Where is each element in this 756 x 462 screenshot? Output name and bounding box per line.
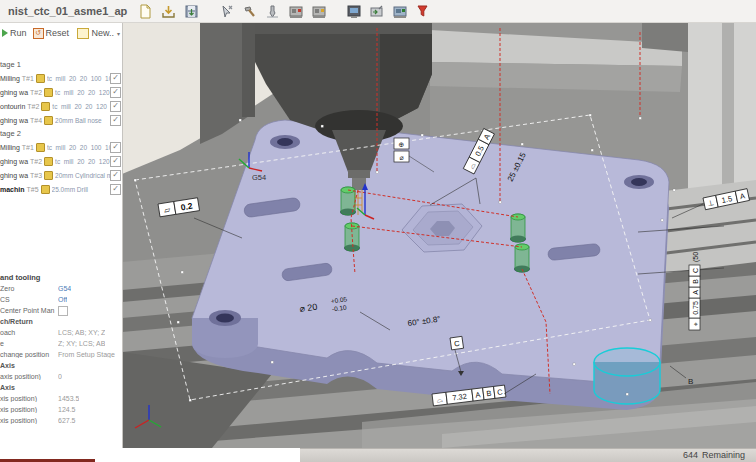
operation-row[interactable]: ontourin T#2 tc_mill_20_20_120_1000/A ✓	[0, 99, 122, 113]
property-row: axis position) 0	[0, 371, 122, 382]
properties-panel: and tooling Zero G54 CS Off Center Point…	[0, 271, 122, 426]
position-value: 0.75	[692, 301, 699, 315]
stage-header[interactable]: tage 1	[0, 58, 122, 71]
chevron-down-icon: ▾	[117, 30, 120, 37]
operation-row[interactable]: ghing wa T#4 20mm Ball nose ✓	[0, 113, 122, 127]
application-window: nist_ctc_01_asme1_ap	[0, 0, 756, 462]
column-shadow	[242, 22, 255, 117]
reset-icon[interactable]: ↺	[33, 28, 44, 39]
postprocess-icon[interactable]	[368, 3, 385, 20]
property-row: Zero G54	[0, 283, 122, 294]
new-operation-icon	[77, 28, 89, 39]
properties-header: and tooling	[0, 271, 122, 283]
run-bar: Run ↺ Reset New.. ▾	[0, 25, 122, 41]
operation-row[interactable]: Milling T#1 tc_mill_20_20_100_1010/A ✓	[0, 140, 122, 154]
machining-scheme-icon[interactable]	[310, 3, 327, 20]
operation-checkbox[interactable]: ✓	[110, 142, 121, 153]
property-value[interactable]: LCS; AB; XY; Z	[58, 329, 105, 336]
position-datum-b: B	[692, 279, 699, 284]
simulation-machine-icon[interactable]	[391, 3, 408, 20]
tool-icon	[44, 116, 53, 125]
tool-icon	[36, 74, 45, 83]
property-value[interactable]: 627.5	[58, 417, 76, 424]
g54-label: G54	[252, 173, 266, 182]
operation-row[interactable]: ghing wa T#3 20mm Cylindrical mill ✓	[0, 168, 122, 182]
part[interactable]	[192, 120, 669, 410]
property-value[interactable]: 0	[58, 373, 62, 380]
selection-pointer-icon[interactable]	[218, 3, 235, 20]
property-row: oach LCS; AB; XY; Z	[0, 327, 122, 338]
center-point-checkbox[interactable]	[58, 306, 68, 316]
status-remaining-label: Remaining	[702, 450, 745, 460]
status-count: 644	[683, 450, 698, 460]
property-row: e Z; XY; LCS; AB	[0, 338, 122, 349]
property-value[interactable]: Z; XY; LCS; AB	[58, 340, 105, 347]
property-row: CS Off	[0, 294, 122, 305]
machine-slab-dark	[642, 22, 688, 52]
tools-hammer-icon[interactable]	[241, 3, 258, 20]
project-title: nist_ctc_01_asme1_ap	[0, 5, 133, 17]
operation-row[interactable]: ghing wa T#2 tc_mill_20_20_120_1000/A ✓	[0, 85, 122, 99]
datum-b-label: B	[688, 377, 693, 386]
property-value[interactable]: From Setup Stage	[58, 351, 115, 358]
stage-header[interactable]: tage 2	[0, 127, 122, 140]
run-icon[interactable]	[2, 29, 8, 37]
reset-button[interactable]: Reset	[46, 28, 70, 38]
marker-1-glyph: ⊕	[399, 141, 405, 148]
operation-checkbox[interactable]: ✓	[110, 115, 121, 126]
main-toolbar: nist_ctc_01_asme1_ap	[0, 0, 756, 23]
marker-2-glyph: ⌀	[399, 154, 403, 161]
operation-row[interactable]: Milling T#1 tc_mill_20_20_100_1010/A ✓	[0, 71, 122, 85]
position-ref-dim: (50	[692, 252, 700, 262]
operations-panel: Run ↺ Reset New.. ▾ tage 1 Milling T#1 t…	[0, 22, 123, 448]
tool-icon	[44, 157, 53, 166]
operation-checkbox[interactable]: ✓	[110, 101, 121, 112]
operation-checkbox[interactable]: ✓	[110, 156, 121, 167]
tool-icon	[41, 102, 50, 111]
operation-row-current[interactable]: machin T#5 25.0mm Drill ✓	[0, 182, 122, 196]
property-value[interactable]: 124.5	[58, 406, 76, 413]
operation-checkbox[interactable]: ✓	[110, 87, 121, 98]
machine-scene: ▱ 0.2 ⌓ 0.5 A 25 ±0.15 ⊥ 1	[122, 22, 756, 448]
property-section: ch/Return	[0, 316, 122, 327]
machine-setup-icon[interactable]	[287, 3, 304, 20]
operation-row[interactable]: ghing wa T#2 tc_mill_20_20_120_1000/A ✓	[0, 154, 122, 168]
position-datum-a: A	[692, 290, 699, 295]
property-row: xis position) 627.5	[0, 415, 122, 426]
hole	[631, 178, 647, 186]
property-section: Axis	[0, 382, 122, 393]
control-panel-icon[interactable]	[345, 3, 362, 20]
tool-icon	[44, 88, 53, 97]
operation-checkbox[interactable]: ✓	[110, 73, 121, 84]
tool-icon	[41, 185, 50, 194]
operation-checkbox[interactable]: ✓	[110, 184, 121, 195]
position-datum-c: C	[692, 268, 699, 273]
new-operation-label: New..	[91, 28, 114, 38]
property-row: xis position) 1453.5	[0, 393, 122, 404]
property-row: Center Point Man	[0, 305, 122, 316]
property-value-link[interactable]: G54	[58, 285, 71, 292]
hole	[216, 314, 234, 323]
tool-icon	[36, 143, 45, 152]
tool-icon	[44, 171, 53, 180]
property-row: xis position) 124.5	[0, 404, 122, 415]
operation-checkbox[interactable]: ✓	[110, 170, 121, 181]
save-project-icon[interactable]	[183, 3, 200, 20]
import-model-icon[interactable]	[160, 3, 177, 20]
property-row: change position From Setup Stage	[0, 349, 122, 360]
status-bar: 644 Remaining	[0, 448, 756, 462]
3d-viewport[interactable]: ▱ 0.2 ⌓ 0.5 A 25 ±0.15 ⊥ 1	[122, 22, 756, 448]
position-symbol: ⌖	[692, 322, 699, 326]
run-button[interactable]: Run	[10, 28, 27, 38]
property-section: Axis	[0, 360, 122, 371]
profile-bottom-symbol: ⌓	[436, 395, 443, 405]
new-operation-button[interactable]: New.. ▾	[77, 28, 120, 39]
hole	[277, 138, 293, 146]
property-value-link[interactable]: Off	[58, 296, 67, 303]
property-value[interactable]: 1453.5	[58, 395, 79, 402]
filter-icon[interactable]	[414, 3, 431, 20]
tool-probe-icon[interactable]	[264, 3, 281, 20]
profile-bottom-value: 7.32	[452, 392, 468, 403]
highlighted-corner[interactable]	[594, 348, 660, 404]
new-document-icon[interactable]	[137, 3, 154, 20]
